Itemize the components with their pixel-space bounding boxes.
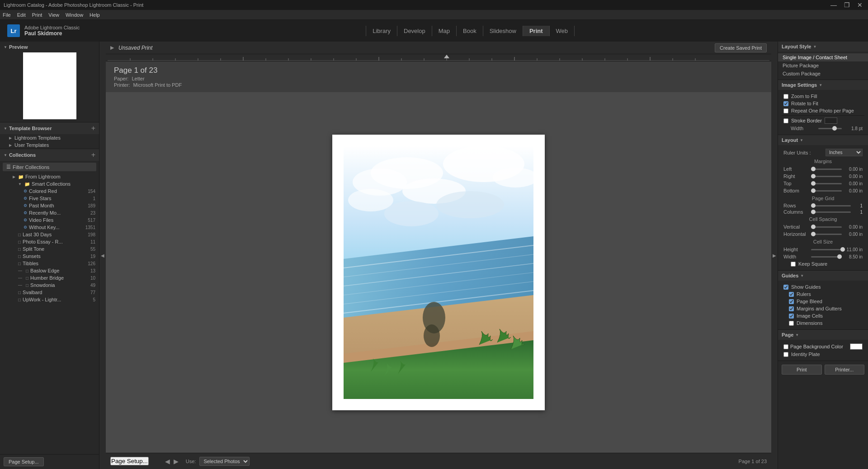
nav-library[interactable]: Library <box>366 26 397 36</box>
template-browser-add[interactable]: + <box>91 125 95 132</box>
page-bg-checkbox[interactable] <box>783 344 788 349</box>
cell-spacing-vertical-slider[interactable] <box>811 226 842 228</box>
page-setup-button[interactable]: Page Setup... <box>4 457 44 466</box>
preview-header[interactable]: ▼ Preview <box>4 44 95 50</box>
collection-humber-bridge[interactable]: — □ Humber Bridge 10 <box>0 274 99 281</box>
collection-tibbles[interactable]: □ Tibbles 126 <box>0 260 99 267</box>
repeat-one-photo-checkbox[interactable] <box>783 108 788 113</box>
page-bg-swatch[interactable] <box>850 343 863 350</box>
rulers-checkbox[interactable] <box>789 292 794 297</box>
layout-option-single[interactable]: Single Image / Contact Sheet <box>778 53 868 61</box>
left-panel-collapse[interactable]: ◀ <box>99 249 106 262</box>
collection-photo-essay[interactable]: □ Photo Essay - R... 11 <box>0 238 99 245</box>
cell-height-thumb[interactable] <box>840 247 845 252</box>
menu-view[interactable]: View <box>48 12 59 18</box>
cell-width-thumb[interactable] <box>837 254 842 259</box>
margin-top-slider[interactable] <box>811 183 842 184</box>
user-templates-item[interactable]: ▶ User Templates <box>0 141 99 149</box>
margin-right-thumb[interactable] <box>811 174 816 178</box>
dimensions-checkbox[interactable] <box>789 321 794 326</box>
margin-left-slider[interactable] <box>811 169 842 170</box>
margins-gutters-checkbox[interactable] <box>789 306 794 311</box>
collection-recently-mo[interactable]: ⚙ Recently Mo... 23 <box>0 209 99 216</box>
collection-video-files[interactable]: ⚙ Video Files 517 <box>0 216 99 224</box>
collection-snowdonia[interactable]: — □ Snowdonia 49 <box>0 281 99 289</box>
collection-past-month[interactable]: ⚙ Past Month 189 <box>0 202 99 209</box>
stroke-color-swatch[interactable] <box>825 117 837 124</box>
stroke-border-checkbox[interactable] <box>783 118 788 123</box>
zoom-to-fill-checkbox[interactable] <box>783 94 788 99</box>
page-section-header[interactable]: Page ▼ <box>778 330 868 340</box>
menu-help[interactable]: Help <box>90 12 100 18</box>
use-select[interactable]: Selected Photos All Photos Flagged Photo… <box>199 457 250 466</box>
margin-bottom-slider[interactable] <box>811 190 842 192</box>
cell-height-slider[interactable] <box>811 249 842 250</box>
collections-add[interactable]: + <box>91 151 95 159</box>
rotate-to-fit-checkbox[interactable] <box>783 101 788 106</box>
printer-button[interactable]: Printer... <box>825 365 865 375</box>
collection-five-stars[interactable]: ⚙ Five Stars 1 <box>0 195 99 202</box>
from-lightroom-group[interactable]: ▶ 📁 From Lightroom <box>0 173 99 180</box>
layout-section-header[interactable]: Layout ▼ <box>778 135 868 145</box>
folder-icon-last30: □ <box>18 232 21 237</box>
margin-right-slider[interactable] <box>811 176 842 177</box>
layout-style-header[interactable]: Layout Style ▼ <box>778 42 868 52</box>
nav-prev-arrow[interactable]: ◀ <box>165 458 170 465</box>
rows-slider[interactable] <box>811 205 851 206</box>
margin-top-thumb[interactable] <box>811 181 816 186</box>
menu-edit[interactable]: Edit <box>17 12 26 18</box>
close-button[interactable]: ✕ <box>855 1 864 9</box>
collection-upwork[interactable]: □ UpWork - Lightr... 5 <box>0 296 99 303</box>
collection-colored-red[interactable]: ⚙ Colored Red 154 <box>0 188 99 195</box>
filter-collections[interactable]: ☰ Filter Collections <box>3 163 96 171</box>
guides-header[interactable]: Guides ▼ <box>778 271 868 281</box>
layout-option-custom[interactable]: Custom Package <box>778 70 868 78</box>
page-bleed-checkbox[interactable] <box>789 299 794 304</box>
collection-sunsets[interactable]: □ Sunsets 19 <box>0 253 99 260</box>
image-cells-checkbox[interactable] <box>789 314 794 319</box>
collection-baslow-edge[interactable]: — □ Baslow Edge 13 <box>0 267 99 274</box>
print-button[interactable]: Print <box>782 365 822 375</box>
stroke-width-slider[interactable] <box>818 128 842 129</box>
layout-option-picture[interactable]: Picture Package <box>778 61 868 70</box>
keep-square-checkbox[interactable] <box>791 262 796 267</box>
cell-spacing-horizontal-slider[interactable] <box>811 234 842 235</box>
rows-thumb[interactable] <box>811 203 816 208</box>
identity-plate-checkbox[interactable] <box>783 352 788 357</box>
menu-file[interactable]: File <box>3 12 11 18</box>
page-setup-button-bottom[interactable]: Page Setup... <box>110 457 149 465</box>
margin-left-thumb[interactable] <box>811 167 816 171</box>
maximize-button[interactable]: ❐ <box>842 1 852 9</box>
nav-book[interactable]: Book <box>457 26 483 36</box>
show-guides-checkbox[interactable] <box>783 285 788 290</box>
nav-slideshow[interactable]: Slideshow <box>483 26 523 36</box>
menu-print[interactable]: Print <box>32 12 42 18</box>
nav-web[interactable]: Web <box>550 26 575 36</box>
template-browser-header[interactable]: ▼ Template Browser + <box>0 122 99 134</box>
nav-next-arrow[interactable]: ▶ <box>174 458 179 465</box>
margin-bottom-thumb[interactable] <box>811 188 816 193</box>
smart-collections-group[interactable]: ▼ 📁 Smart Collections <box>0 180 99 188</box>
create-saved-print-button[interactable]: Create Saved Print <box>715 43 767 52</box>
image-settings-header[interactable]: Image Settings ▼ <box>778 80 868 90</box>
collections-header[interactable]: ▼ Collections + <box>0 149 99 161</box>
columns-slider[interactable] <box>811 211 851 213</box>
minimize-button[interactable]: — <box>829 1 839 9</box>
lightroom-templates-item[interactable]: ▶ Lightroom Templates <box>0 134 99 141</box>
collection-svalbard[interactable]: □ Svalbard 77 <box>0 289 99 296</box>
cell-spacing-horizontal-thumb[interactable] <box>811 232 816 236</box>
columns-thumb[interactable] <box>811 210 816 214</box>
stroke-width-thumb[interactable] <box>832 126 837 131</box>
collection-split-tone[interactable]: □ Split Tone 55 <box>0 245 99 253</box>
right-panel-collapse[interactable]: ▶ <box>771 42 778 469</box>
stroke-width-label: Width <box>791 126 816 131</box>
collection-last-30-days[interactable]: □ Last 30 Days 198 <box>0 231 99 238</box>
menu-window[interactable]: Window <box>66 12 83 18</box>
nav-map[interactable]: Map <box>432 26 457 36</box>
ruler-units-select[interactable]: Inches Centimeters Millimeters <box>826 149 863 156</box>
nav-print[interactable]: Print <box>523 26 550 36</box>
collection-without-key[interactable]: ⚙ Without Key... 1351 <box>0 224 99 231</box>
cell-width-slider[interactable] <box>811 256 842 258</box>
nav-develop[interactable]: Develop <box>397 26 432 36</box>
cell-spacing-vertical-thumb[interactable] <box>811 225 816 229</box>
